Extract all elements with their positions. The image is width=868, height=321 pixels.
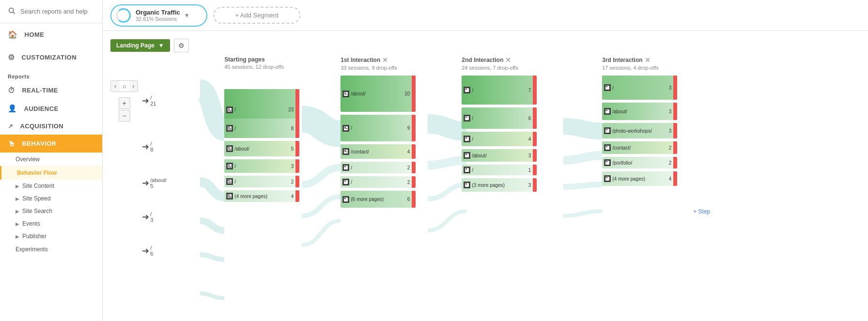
search-input[interactable] (20, 8, 94, 15)
node-icon-f3 (342, 148, 349, 155)
close-second-interaction[interactable]: ✕ (505, 56, 511, 64)
svg-rect-48 (465, 154, 467, 155)
drop-s5 (533, 165, 537, 175)
sidebar-item-home[interactable]: 🏠 HOME (0, 23, 102, 46)
svg-rect-25 (228, 197, 231, 198)
third-node-6[interactable]: (4 more pages) 4 (602, 171, 677, 186)
expand-arrow-events: ▶ (16, 221, 19, 227)
drop-indicator-6 (295, 190, 299, 202)
starting-pages-column: Starting pages 45 sessions, 12 drop-offs… (224, 56, 299, 205)
first-node-4[interactable]: / 2 (341, 162, 416, 173)
dimension-button[interactable]: Landing Page ▼ (110, 39, 170, 52)
settings-icon: ⚙ (178, 42, 185, 49)
drop-s6 (533, 178, 537, 192)
pan-right-button[interactable]: › (129, 81, 138, 92)
node-icon-f5 (342, 179, 349, 185)
sidebar-item-audience[interactable]: 👤 AUDIENCE (0, 99, 102, 118)
starting-node-5[interactable]: / 2 (224, 176, 299, 187)
first-interaction-column: 1st Interaction ✕ 33 sessions, 9 drop-of… (341, 56, 416, 211)
reports-section-label: Reports (0, 69, 102, 81)
entry-row-3: ➜ /about/ 5 (142, 177, 167, 189)
pan-left-button[interactable]: ‹ (111, 81, 120, 92)
second-node-6[interactable]: (3 more pages) 3 (462, 178, 537, 192)
add-step-button[interactable]: + Step (689, 206, 714, 217)
svg-rect-44 (465, 117, 467, 118)
svg-rect-17 (228, 167, 231, 168)
sidebar-item-site-content[interactable]: ▶ Site Content (0, 180, 102, 192)
svg-rect-42 (465, 89, 467, 90)
sidebar-item-site-speed[interactable]: ▶ Site Speed (0, 192, 102, 205)
svg-rect-21 (228, 183, 231, 183)
node-icon-s6 (464, 182, 470, 188)
svg-rect-7 (228, 127, 230, 128)
second-node-3[interactable]: / 4 (462, 132, 537, 146)
add-segment-button[interactable]: + Add Segment (213, 7, 300, 24)
close-first-interaction[interactable]: ✕ (382, 56, 388, 64)
svg-rect-40 (344, 198, 346, 199)
node-icon-t5 (604, 159, 611, 166)
acquisition-icon: ↗ (8, 122, 13, 130)
first-node-2[interactable]: / 9 (341, 115, 416, 141)
drop-t2 (673, 103, 677, 120)
segment-name: Organic Traffic (136, 9, 180, 16)
starting-node-2[interactable]: / 8 (224, 119, 299, 138)
sidebar: 🏠 HOME ⚙ CUSTOMIZATION Reports ⏱ REAL-TI… (0, 0, 103, 321)
sidebar-item-behavior[interactable]: 🖱 BEHAVIOR (0, 135, 102, 153)
starting-node-6[interactable]: (4 more pages) 4 (224, 190, 299, 202)
node-icon-t6 (604, 175, 611, 182)
starting-pages-label: Starting pages (224, 56, 299, 63)
second-node-5[interactable]: / 1 (462, 165, 537, 175)
node-icon-s4 (464, 152, 470, 159)
first-node-3[interactable]: /contact/ 4 (341, 144, 416, 159)
sidebar-item-experiments[interactable]: Experiments (0, 243, 102, 256)
second-node-2[interactable]: / 6 (462, 107, 537, 129)
sidebar-item-acquisition[interactable]: ↗ ACQUISITION (0, 118, 102, 135)
svg-rect-9 (228, 129, 231, 130)
organic-traffic-segment[interactable]: Organic Traffic 32.61% Sessions ▼ (110, 4, 207, 27)
svg-rect-3 (228, 108, 230, 109)
node-icon-1 (226, 107, 233, 113)
node-icon-t2 (604, 108, 611, 115)
sidebar-item-behavior-flow[interactable]: Behavior Flow (0, 166, 102, 180)
flow-area: Landing Page ▼ ⚙ ‹ ⌂ › + − (103, 31, 868, 321)
realtime-icon: ⏱ (8, 86, 15, 94)
sidebar-item-realtime[interactable]: ⏱ REAL-TIME (0, 81, 102, 99)
svg-rect-62 (606, 161, 607, 162)
third-node-4[interactable]: /contact/ 2 (602, 141, 677, 154)
third-node-2[interactable]: /about/ 3 (602, 103, 677, 120)
starting-node-4[interactable]: / 3 (224, 159, 299, 173)
drop-f3 (412, 144, 416, 159)
sidebar-item-customization[interactable]: ⚙ CUSTOMIZATION (0, 46, 102, 69)
sidebar-item-site-search[interactable]: ▶ Site Search (0, 205, 102, 217)
close-third-interaction[interactable]: ✕ (645, 56, 651, 64)
dimension-dropdown-arrow: ▼ (158, 42, 164, 49)
node-icon-3 (226, 145, 233, 152)
svg-rect-23 (228, 195, 230, 196)
first-interaction-sub: 33 sessions, 9 drop-offs (341, 65, 416, 71)
second-node-1[interactable]: / 7 (462, 76, 537, 105)
third-node-5[interactable]: /portfolio/ 2 (602, 157, 677, 168)
sidebar-item-overview[interactable]: Overview (0, 153, 102, 166)
zoom-in-button[interactable]: + (119, 97, 130, 109)
sidebar-item-publisher[interactable]: ▶ Publisher (0, 230, 102, 243)
sankey-diagram: ➜ / 21 ➜ / 8 ➜ (142, 56, 820, 321)
main-content: Organic Traffic 32.61% Sessions ▼ + Add … (103, 0, 868, 321)
svg-rect-36 (344, 166, 346, 167)
svg-rect-8 (228, 128, 231, 129)
flow-controls: Landing Page ▼ ⚙ (110, 39, 860, 52)
third-node-3[interactable]: /photo-workshops/ 3 (602, 123, 677, 138)
drop-f5 (412, 176, 416, 188)
third-node-1[interactable]: / 3 (602, 76, 677, 100)
settings-button[interactable]: ⚙ (174, 39, 189, 52)
first-node-1[interactable]: /about/ 10 (341, 76, 416, 112)
node-icon-t4 (604, 144, 611, 151)
home-icon: 🏠 (8, 30, 18, 39)
second-node-4[interactable]: /about/ 3 (462, 149, 537, 162)
first-node-6[interactable]: (6 more pages) 6 (341, 191, 416, 208)
first-interaction-label: 1st Interaction (341, 57, 380, 63)
node-icon-f4 (342, 164, 349, 171)
zoom-out-button[interactable]: − (119, 110, 130, 122)
starting-node-3[interactable]: /about/ 5 (224, 141, 299, 156)
sidebar-item-events[interactable]: ▶ Events (0, 217, 102, 230)
first-node-5[interactable]: / 2 (341, 176, 416, 188)
